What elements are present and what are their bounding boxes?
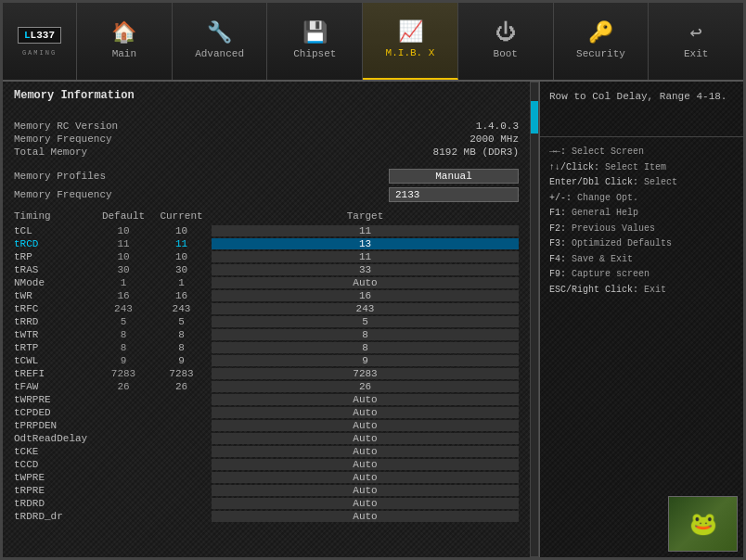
timing-target[interactable]: Auto xyxy=(212,472,519,483)
timing-row[interactable]: tCL 10 10 11 xyxy=(14,224,519,237)
nav-boot[interactable]: ⏻ Boot xyxy=(458,3,554,80)
nav-bar: LL337 GAMING 🏠 Main 🔧 Advanced 💾 Chipset… xyxy=(3,3,743,82)
timing-row[interactable]: tWTR 8 8 8 xyxy=(14,328,519,341)
bios-frame: LL337 GAMING 🏠 Main 🔧 Advanced 💾 Chipset… xyxy=(0,0,746,560)
profiles-label: Memory Profiles xyxy=(14,171,162,182)
timing-name: tREFI xyxy=(14,368,96,379)
timing-row[interactable]: NMode 1 1 Auto xyxy=(14,276,519,289)
nav-chipset[interactable]: 💾 Chipset xyxy=(267,3,363,80)
timing-name: tPRPDEN xyxy=(14,420,96,431)
timing-name: tWPRE xyxy=(14,472,96,483)
nav-boot-label: Boot xyxy=(494,48,518,59)
timing-target[interactable]: Auto xyxy=(212,459,519,470)
timing-default: 11 xyxy=(96,238,151,249)
timing-target[interactable]: Auto xyxy=(212,485,519,496)
timing-target[interactable]: 9 xyxy=(212,355,519,366)
timing-name: NMode xyxy=(14,277,96,288)
nav-main-label: Main xyxy=(112,48,136,59)
timing-target[interactable]: 11 xyxy=(212,225,519,236)
timing-row[interactable]: tRP 10 10 11 xyxy=(14,250,519,263)
timing-row[interactable]: tCKE Auto xyxy=(14,445,519,458)
timing-target[interactable]: 8 xyxy=(212,342,519,353)
timing-row[interactable]: tRAS 30 30 33 xyxy=(14,263,519,276)
timing-row[interactable]: tCCD Auto xyxy=(14,458,519,471)
key-desc: Select Screen xyxy=(566,146,644,157)
timing-default: 243 xyxy=(96,303,151,314)
timing-target[interactable]: 8 xyxy=(212,329,519,340)
data-panel: Memory Information Memory RC Version 1.4… xyxy=(3,82,530,557)
profiles-input[interactable]: Manual xyxy=(389,169,519,184)
timing-row[interactable]: tCPDED Auto xyxy=(14,406,519,419)
timing-name: tRTP xyxy=(14,342,96,353)
mem-freq-input[interactable]: 2133 xyxy=(389,187,519,202)
key-icon: 🔑 xyxy=(588,24,613,45)
key-binding: F2: Previous Values xyxy=(549,222,734,237)
nav-exit[interactable]: ↩ Exit xyxy=(649,3,743,80)
timing-target[interactable]: 26 xyxy=(212,381,519,392)
timing-target[interactable]: Auto xyxy=(212,420,519,431)
nav-exit-label: Exit xyxy=(684,48,708,59)
timing-target[interactable]: 7283 xyxy=(212,368,519,379)
nav-main[interactable]: 🏠 Main xyxy=(77,3,173,80)
timing-row[interactable]: tRTP 8 8 8 xyxy=(14,341,519,354)
key-name: F9: xyxy=(549,269,566,279)
timing-name: tRP xyxy=(14,251,96,262)
header-timing: Timing xyxy=(14,210,96,222)
timing-row[interactable]: tWR 16 16 16 xyxy=(14,289,519,302)
memory-info-title: Memory Information xyxy=(14,89,519,102)
timing-row[interactable]: tRFC 243 243 243 xyxy=(14,302,519,315)
header-default: Default xyxy=(96,210,151,222)
timing-name: tCL xyxy=(14,225,96,236)
timing-target[interactable]: Auto xyxy=(212,511,519,522)
timing-row[interactable]: tRCD 11 11 13 xyxy=(14,237,519,250)
thumbnail: 🐸 xyxy=(668,496,738,552)
key-name: →←: xyxy=(549,146,566,157)
timing-row[interactable]: tRPRE Auto xyxy=(14,484,519,497)
timing-current: 11 xyxy=(151,238,212,249)
timing-target[interactable]: 16 xyxy=(212,290,519,301)
timing-row[interactable]: tREFI 7283 7283 7283 xyxy=(14,367,519,380)
timing-target[interactable]: Auto xyxy=(212,394,519,405)
main-scrollbar[interactable] xyxy=(530,82,539,557)
timing-row[interactable]: tRDRD Auto xyxy=(14,497,519,510)
timing-row[interactable]: tCWL 9 9 9 xyxy=(14,354,519,367)
key-desc: Select Item xyxy=(599,162,666,172)
timing-default: 10 xyxy=(96,251,151,262)
timing-row[interactable]: tFAW 26 26 26 xyxy=(14,380,519,393)
timing-current: 16 xyxy=(151,290,212,301)
timing-row[interactable]: tWRPRE Auto xyxy=(14,393,519,406)
timing-name: tCCD xyxy=(14,459,96,470)
timing-name: tRAS xyxy=(14,264,96,275)
nav-advanced[interactable]: 🔧 Advanced xyxy=(173,3,268,80)
timing-row[interactable]: OdtReadDelay Auto xyxy=(14,432,519,445)
timing-target[interactable]: 243 xyxy=(212,303,519,314)
timing-current: 10 xyxy=(151,251,212,262)
timing-row[interactable]: tRRD 5 5 5 xyxy=(14,315,519,328)
timing-row[interactable]: tPRPDEN Auto xyxy=(14,419,519,432)
key-name: F3: xyxy=(549,238,566,248)
timing-target[interactable]: 5 xyxy=(212,316,519,327)
right-panel: Row to Col Delay, Range 4-18. →←: Select… xyxy=(539,82,743,557)
nav-security[interactable]: 🔑 Security xyxy=(554,3,650,80)
timing-name: tRFC xyxy=(14,303,96,314)
timing-target[interactable]: 13 xyxy=(212,238,519,249)
key-name: F1: xyxy=(549,208,566,218)
key-binding: F3: Optimized Defaults xyxy=(549,236,734,252)
timing-name: tFAW xyxy=(14,381,96,392)
timing-row[interactable]: tRDRD_dr Auto xyxy=(14,510,519,523)
timing-target[interactable]: Auto xyxy=(212,446,519,457)
timing-row[interactable]: tWPRE Auto xyxy=(14,471,519,484)
timing-target[interactable]: Auto xyxy=(212,407,519,418)
timing-name: tRDRD_dr xyxy=(14,511,96,522)
timing-name: tRCD xyxy=(14,238,96,249)
timing-target[interactable]: Auto xyxy=(212,433,519,444)
timing-default: 8 xyxy=(96,329,151,340)
timing-target[interactable]: 11 xyxy=(212,251,519,262)
timing-name: tRPRE xyxy=(14,485,96,496)
timing-target[interactable]: Auto xyxy=(212,277,519,288)
timing-target[interactable]: Auto xyxy=(212,498,519,509)
home-icon: 🏠 xyxy=(111,24,136,45)
nav-mibx[interactable]: 📈 M.I.B. X xyxy=(363,3,458,80)
timing-target[interactable]: 33 xyxy=(212,264,519,275)
timing-rows: tCL 10 10 11 tRCD 11 11 13 tRP 10 10 11 … xyxy=(14,224,519,523)
